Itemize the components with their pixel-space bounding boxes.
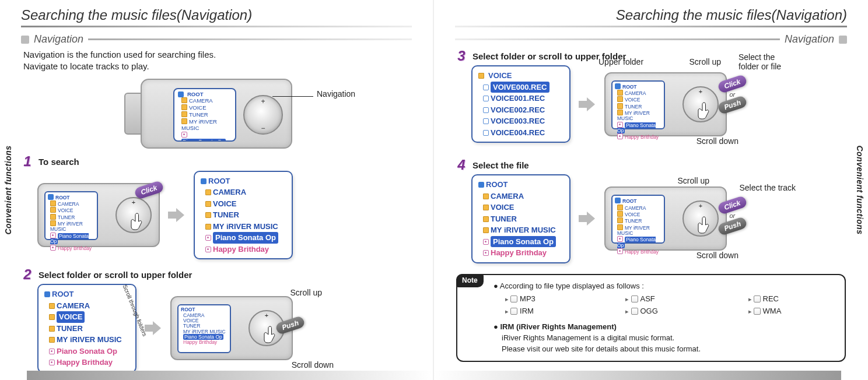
step-title: Select folder or scroll to upper folder — [38, 268, 192, 280]
page-number-right: 5-2 — [847, 371, 868, 380]
mini-device-step2: ROOT CAMERA VOICE TUNER MY iRIVER MUSIC … — [170, 296, 293, 360]
page-number-left: 5-1 — [0, 371, 21, 380]
filetype-label: OGG — [640, 307, 658, 315]
or-label: or — [729, 212, 735, 219]
side-tab-right: Convenient functions — [855, 145, 864, 234]
irm-heading: ● IRM (iRiver Rights Management) — [494, 322, 836, 333]
step-title: To search — [38, 154, 79, 167]
filetype-icon — [510, 295, 517, 302]
filetype-icon — [754, 308, 761, 315]
section-line — [88, 38, 412, 40]
callout-navigation: Navigation — [317, 89, 355, 98]
scroll-down-label: Scroll down — [696, 251, 738, 260]
section-name: Navigation — [785, 33, 834, 45]
scroll-up-label: Scroll up — [690, 57, 721, 66]
filetype-label: ASF — [640, 294, 655, 303]
select-track-label: Select the track — [740, 183, 796, 192]
mini-screen: ROOT CAMERA VOICE TUNER MY iRIVER MUSIC … — [611, 195, 665, 244]
hero-screen: ROOT CAMERA VOICE TUNER MY iRIVER MUSIC … — [173, 88, 236, 142]
mini-screen: ROOT CAMERA VOICE TUNER MY iRIVER MUSIC … — [177, 304, 231, 353]
hero-device: ROOT CAMERA VOICE TUNER MY iRIVER MUSIC … — [141, 79, 292, 149]
filetype-icon — [510, 308, 517, 315]
page-left: Searching the music files(Navigation) Na… — [0, 0, 434, 380]
push-badge: Push — [717, 216, 748, 236]
filetype-label: REC — [763, 294, 779, 303]
note-tag: Note — [456, 274, 484, 287]
upper-folder-label: Upper folder — [598, 57, 643, 66]
footer-fade — [434, 371, 841, 380]
or-label: or — [729, 91, 735, 98]
arrow-icon — [145, 321, 162, 335]
scroll-down-label: Scroll down — [292, 360, 334, 370]
file-item-selected: Piano Sonata Op — [181, 139, 226, 142]
root-label: ROOT — [187, 92, 203, 98]
scroll-up-label: Scroll up — [290, 288, 322, 297]
side-tab-left: Convenient functions — [4, 145, 13, 234]
intro-line2: Navigate to locate tracks to play. — [23, 61, 412, 72]
irm-line1: iRiver Rights Management is a digital mu… — [494, 333, 836, 344]
source-panel-step4: ROOT CAMERA VOICE TUNER MY iRIVER MUSIC … — [471, 174, 570, 263]
step-number: 1 — [21, 154, 34, 168]
page-title-right: Searching the music files(Navigation) — [455, 7, 847, 23]
result-panel-step1: ROOT CAMERA VOICE TUNER MY iRIVER MUSIC … — [194, 171, 293, 260]
mini-dial[interactable] — [682, 200, 719, 237]
section-bar-right: Navigation — [455, 33, 847, 45]
filetype-label: IRM — [520, 307, 534, 315]
select-folder-file-label: Select the folder or file — [738, 52, 791, 71]
folder-item: CAMERA — [189, 97, 213, 104]
page-title-left: Searching the music files(Navigation) — [21, 7, 412, 23]
filetype-icon — [754, 295, 761, 302]
step-number: 2 — [21, 268, 34, 282]
arrow-icon — [579, 97, 596, 111]
section-name: Navigation — [34, 33, 83, 45]
arrow-icon — [168, 208, 186, 222]
section-bar-left: Navigation — [21, 33, 412, 45]
section-line — [455, 38, 780, 40]
mini-device-step4: ROOT CAMERA VOICE TUNER MY iRIVER MUSIC … — [604, 187, 727, 251]
intro-text: Navigation is the function used for sear… — [23, 49, 412, 73]
mini-dial[interactable] — [682, 86, 719, 122]
mini-dial[interactable] — [116, 197, 152, 233]
mini-screen: ROOT CAMERA VOICE TUNER MY iRIVER MUSIC … — [44, 191, 98, 240]
callout-line — [272, 96, 313, 97]
filetype-label: MP3 — [520, 294, 536, 303]
step-1: 1 To search — [21, 154, 412, 168]
scroll-down-label: Scroll down — [696, 136, 738, 146]
arrow-icon — [579, 212, 596, 226]
step-4: 4 Select the file — [455, 158, 847, 172]
step-number: 4 — [455, 158, 468, 172]
push-badge: Push — [717, 94, 748, 114]
scroll-up-label: Scroll up — [678, 176, 709, 185]
nav-dial[interactable] — [243, 95, 283, 135]
source-panel-step2: ROOT CAMERA VOICE TUNER MY iRIVER MUSIC … — [37, 284, 136, 373]
filetype-label: WMA — [763, 307, 782, 315]
mini-device-step3: ROOT CAMERA VOICE TUNER MY iRIVER MUSIC … — [604, 72, 727, 136]
intro-line1: Navigation is the function used for sear… — [23, 49, 412, 61]
note-box: Note ● According to file type displayed … — [456, 274, 846, 362]
footer-fade — [27, 371, 433, 380]
note-line1: ● According to file type displayed as fo… — [494, 281, 836, 292]
title-underline — [455, 26, 847, 27]
irm-line2: Please visit our web site for details ab… — [494, 344, 836, 355]
title-underline — [21, 26, 412, 27]
filetype-grid: MP3 ASF REC IRM OGG WMA — [505, 294, 836, 317]
section-cap-icon — [21, 36, 29, 44]
page-right: Searching the music files(Navigation) Na… — [434, 0, 868, 380]
step-title: Select the file — [473, 158, 529, 170]
filetype-icon — [631, 308, 638, 315]
mini-screen: ROOT CAMERA VOICE TUNER MY iRIVER MUSIC … — [611, 80, 665, 129]
folder-item: TUNER — [189, 111, 208, 118]
step-number: 3 — [455, 49, 468, 63]
step-2: 2 Select folder or scroll to upper folde… — [21, 268, 412, 282]
mini-device-step1: ROOT CAMERA VOICE TUNER MY iRIVER MUSIC … — [37, 183, 160, 247]
folder-item: VOICE — [189, 104, 206, 111]
source-panel-step3: VOICE VOIVE000.REC VOICE001.REC VOICE002… — [471, 65, 570, 143]
filetype-icon — [631, 295, 638, 302]
section-cap-icon — [839, 36, 847, 44]
